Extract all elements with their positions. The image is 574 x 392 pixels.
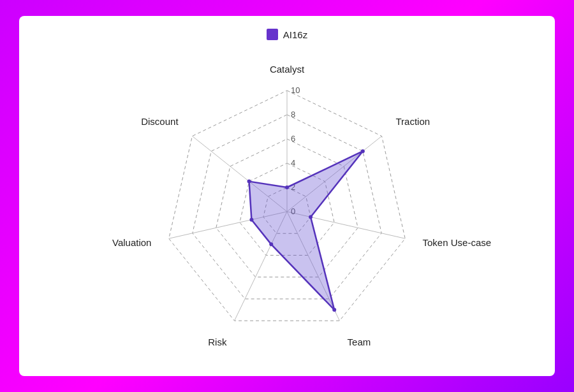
svg-text:Catalyst: Catalyst: [270, 64, 305, 75]
legend: AI16z: [267, 29, 307, 40]
svg-text:10: 10: [291, 85, 300, 95]
svg-text:Token Use-case: Token Use-case: [423, 236, 492, 247]
svg-text:Traction: Traction: [395, 116, 430, 127]
svg-text:8: 8: [291, 110, 295, 119]
svg-text:Team: Team: [348, 337, 371, 347]
legend-label-ai16z: AI16z: [283, 29, 307, 40]
svg-text:4: 4: [291, 158, 295, 168]
svg-point-27: [361, 149, 365, 153]
svg-point-28: [309, 215, 313, 219]
svg-point-30: [269, 242, 273, 246]
chart-container: AI16z 0246810CatalystTractionToken Use-c…: [19, 16, 555, 376]
radar-chart-svg: 0246810CatalystTractionToken Use-caseTea…: [38, 49, 536, 361]
svg-point-31: [249, 217, 253, 221]
svg-text:Discount: Discount: [141, 116, 179, 127]
svg-text:6: 6: [291, 134, 295, 143]
svg-point-29: [332, 308, 336, 312]
legend-color-ai16z: [267, 29, 278, 40]
svg-text:Valuation: Valuation: [112, 236, 151, 247]
svg-point-26: [285, 185, 289, 189]
svg-text:Risk: Risk: [208, 337, 227, 347]
svg-point-32: [247, 179, 251, 183]
radar-chart-wrapper: 0246810CatalystTractionToken Use-caseTea…: [32, 47, 542, 363]
